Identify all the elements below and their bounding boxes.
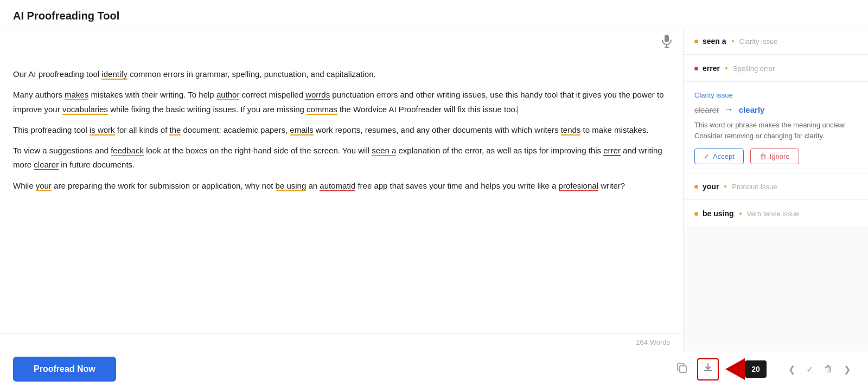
footer-icons: 20 [673,358,767,380]
svg-rect-3 [680,366,686,372]
error-tends: tends [561,125,581,136]
error-is-work: is work [90,125,115,136]
svg-rect-0 [665,35,669,42]
error-author: author [216,90,240,100]
suggestion-change: clearer → clearly [694,105,857,114]
proofread-now-button[interactable]: Proofread Now [13,357,116,382]
error-vocabularies: vocabularies [62,105,108,115]
paragraph-1: Our AI proofreading tool identify common… [13,67,670,81]
download-button[interactable] [697,358,719,380]
editor-toolbar [0,28,683,56]
error-commas: commas [307,105,337,115]
separator-dot [732,40,734,42]
editor-panel: Our AI proofreading tool identify common… [0,28,684,351]
arrow-icon: → [725,105,733,114]
error-clearer: clearer [34,160,59,170]
error-be-using: be using [276,181,307,191]
error-worrds: worrds [305,90,330,100]
error-identify: identify [101,69,127,80]
dot-icon [694,185,698,189]
check-nav-button[interactable]: ✓ [802,361,818,378]
error-feedback: feedback [111,146,144,156]
error-seen-a: seen a [372,146,396,156]
paragraph-2: Many authors makes mistakes with their w… [13,88,670,117]
sidebar-issue-seen-a[interactable]: seen a Clarity issue [684,28,868,55]
prev-nav-button[interactable]: ❮ [784,361,800,378]
new-word: clearly [739,105,765,114]
issue-type-label: Clarity issue [739,37,778,46]
trash-nav-button[interactable]: 🗑 [820,361,837,377]
accept-button[interactable]: ✓ Accept [694,149,744,164]
copy-button[interactable] [673,359,691,379]
sidebar-issue-errer[interactable]: errer Spelling error [684,55,868,82]
main-content: Our AI proofreading tool identify common… [0,28,868,351]
page-title: AI Proofreading Tool [13,10,119,22]
paragraph-3: This profreading tool is work for all ki… [13,123,670,137]
footer-bar: Proofread Now 20 ❮ ✓ 🗑 [0,351,868,387]
mic-button[interactable] [659,33,674,51]
paragraph-5: While your are preparing the work for su… [13,179,670,193]
issue-word: errer [703,64,720,73]
suggestion-issue-label: Clarity issue [694,91,857,99]
suggestion-actions: ✓ Accept 🗑 Ignore [694,149,857,164]
trash-icon: 🗑 [760,152,767,160]
editor-text-area[interactable]: Our AI proofreading tool identify common… [0,56,683,333]
navigation-buttons: ❮ ✓ 🗑 ❯ [784,361,855,378]
issue-word: your [703,182,719,191]
check-icon: ✓ [704,152,710,160]
sidebar-issue-your[interactable]: your Pronoun issue [684,173,868,200]
separator-dot [725,67,727,69]
word-count: 164 Words [0,333,683,351]
ignore-button[interactable]: 🗑 Ignore [750,149,799,164]
arrow-indicator: 20 [725,358,767,380]
expanded-suggestion: Clarity issue clearer → clearly This wor… [684,82,868,173]
paragraph-4: To view a suggestions and feedback look … [13,144,670,172]
error-the: the [169,125,181,136]
sidebar-issue-be-using[interactable]: be using Verb tense issue [684,201,868,227]
dot-icon [694,212,698,216]
sidebar-panel: seen a Clarity issue errer Spelling erro… [684,28,868,351]
issue-type-label: Verb tense issue [747,210,799,218]
dot-icon [694,40,698,43]
error-your: your [36,181,52,191]
error-automatid: automatid [320,181,355,191]
error-emails: emails [290,125,313,136]
error-errer: errer [603,146,621,156]
next-nav-button[interactable]: ❯ [839,361,855,378]
red-arrow-icon [725,358,745,380]
dot-icon [694,67,698,70]
issue-type-label: Spelling error [733,64,775,73]
suggestion-description: This word or phrase makes the meaning un… [694,120,857,141]
old-word: clearer [694,105,719,114]
error-makes: makes [65,90,88,100]
separator-dot [739,212,742,215]
issue-type-label: Pronoun issue [732,183,777,191]
error-profesional: profesional [559,181,598,191]
issue-word: be using [703,209,734,218]
download-count-badge: 20 [745,360,767,378]
app-header: AI Proofreading Tool [0,0,868,28]
separator-dot [724,185,726,188]
issue-word: seen a [703,37,726,46]
